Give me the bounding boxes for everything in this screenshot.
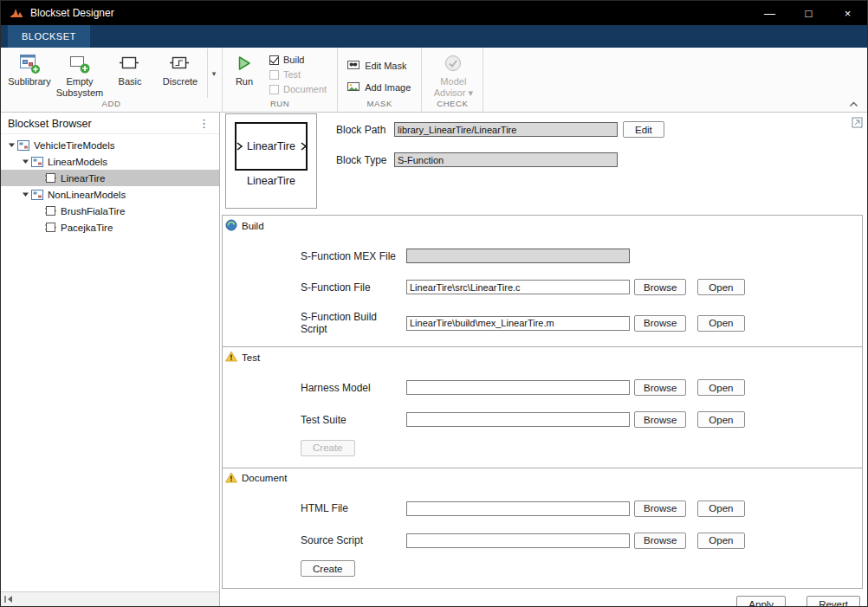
- tree-item-label: LinearModels: [48, 157, 107, 167]
- checkbox-unchecked-icon: [269, 85, 279, 94]
- sfunction-file-input[interactable]: [406, 280, 630, 294]
- mex-file-label: S-Function MEX File: [301, 250, 406, 262]
- edit-block-path-button[interactable]: Edit: [623, 121, 664, 138]
- expander-icon[interactable]: [19, 158, 31, 165]
- ribbon-section-add: Sublibrary Empty Subsystem Basic: [1, 48, 223, 112]
- html-file-open-button[interactable]: Open: [697, 500, 744, 517]
- checkbox-unchecked-icon: [269, 70, 279, 80]
- tab-bar: BLOCKSET: [1, 25, 867, 48]
- test-suite-browse-button[interactable]: Browse: [634, 411, 686, 428]
- build-script-input[interactable]: [406, 316, 630, 331]
- check-items: Model Advisor ▾: [422, 48, 483, 98]
- expander-icon[interactable]: [5, 141, 17, 149]
- test-checkbox[interactable]: Test: [269, 69, 327, 80]
- harness-model-open-button[interactable]: Open: [697, 379, 744, 396]
- run-checkboxes: Build Test Document: [262, 48, 335, 98]
- basic-button[interactable]: Basic: [105, 48, 155, 98]
- document-create-row: Create: [301, 560, 862, 578]
- empty-subsystem-button[interactable]: Empty Subsystem: [55, 48, 105, 98]
- html-file-browse-button[interactable]: Browse: [634, 500, 686, 517]
- block-path-field: [394, 122, 618, 137]
- chevron-down-icon: ▾: [212, 69, 217, 78]
- document-checkbox[interactable]: Document: [269, 84, 327, 94]
- source-script-label: Source Script: [301, 534, 406, 546]
- build-icon: [225, 219, 237, 233]
- sfunction-file-browse-button[interactable]: Browse: [634, 279, 686, 295]
- tree-item-label: PacejkaTire: [61, 223, 113, 233]
- empty-subsystem-label: Empty Subsystem: [55, 76, 105, 98]
- tree-item-vehicletiremodels[interactable]: VehicleTireModels: [1, 137, 219, 153]
- model-advisor-button[interactable]: Model Advisor ▾: [425, 48, 481, 98]
- source-script-browse-button[interactable]: Browse: [634, 533, 686, 549]
- build-checkbox[interactable]: Build: [269, 55, 327, 65]
- test-suite-row: Test Suite Browse Open: [301, 411, 862, 428]
- titlebar: Blockset Designer — □ ×: [1, 1, 867, 25]
- tree-item-nonlinearmodels[interactable]: NonLinearModels: [1, 186, 219, 203]
- build-script-open-button[interactable]: Open: [697, 315, 744, 332]
- tree-item-lineartire[interactable]: LinearTire: [1, 170, 219, 186]
- tree-item-linearmodels[interactable]: LinearModels: [1, 153, 219, 170]
- discrete-label: Discrete: [163, 76, 198, 87]
- minimize-button[interactable]: —: [750, 1, 789, 25]
- maximize-button[interactable]: □: [789, 1, 828, 25]
- revert-button[interactable]: Revert: [806, 596, 860, 607]
- apply-button[interactable]: Apply: [736, 596, 786, 607]
- block-summary-area: LinearTire LinearTire Block Path Edit Bl…: [225, 113, 867, 209]
- test-create-row: Create: [301, 439, 862, 456]
- html-file-input[interactable]: [406, 501, 630, 516]
- form-sections: Build S-Function MEX File S-Function Fil…: [222, 215, 863, 589]
- checkbox-checked-icon: [269, 55, 279, 65]
- test-suite-open-button[interactable]: Open: [697, 411, 744, 428]
- chevron-down-icon: ▾: [468, 87, 473, 98]
- harness-model-input[interactable]: [406, 380, 630, 395]
- blockset-browser-panel: Blockset Browser ⋮ VehicleTireModels Lin…: [1, 113, 220, 606]
- collapse-browser-button[interactable]: [3, 591, 14, 607]
- tree-item-label: VehicleTireModels: [34, 140, 115, 151]
- document-section-header: Document: [223, 468, 862, 485]
- edit-mask-icon: [347, 58, 360, 74]
- test-section: Test Harness Model Browse Open Test Suit…: [223, 346, 862, 468]
- close-button[interactable]: ×: [828, 1, 867, 25]
- test-suite-input[interactable]: [406, 412, 630, 427]
- html-file-row: HTML File Browse Open: [301, 500, 862, 517]
- tab-blockset[interactable]: BLOCKSET: [8, 25, 90, 48]
- run-section-label: RUN: [223, 98, 337, 112]
- test-create-button[interactable]: Create: [301, 440, 355, 456]
- sfunction-file-open-button[interactable]: Open: [697, 279, 744, 295]
- tree-item-label: LinearTire: [61, 173, 105, 184]
- source-script-input[interactable]: [406, 533, 630, 548]
- test-section-header: Test: [223, 347, 862, 364]
- run-button[interactable]: Run: [226, 48, 262, 98]
- tree-item-brushfialatire[interactable]: BrushFialaTire: [1, 203, 219, 219]
- document-create-button[interactable]: Create: [301, 560, 355, 577]
- ribbon: Sublibrary Empty Subsystem Basic: [1, 48, 867, 113]
- add-gallery-dropdown[interactable]: ▾: [207, 48, 220, 98]
- block-path-row: Block Path Edit: [336, 121, 664, 138]
- browser-menu-icon[interactable]: ⋮: [196, 117, 212, 130]
- browser-header: Blockset Browser ⋮: [1, 113, 219, 134]
- source-script-open-button[interactable]: Open: [697, 533, 744, 549]
- undock-panel-button[interactable]: [852, 117, 863, 128]
- sublibrary-button[interactable]: Sublibrary: [4, 48, 55, 98]
- document-section-title: Document: [242, 473, 287, 483]
- window-controls: — □ ×: [750, 1, 867, 25]
- model-advisor-label: Model Advisor ▾: [429, 76, 477, 98]
- ribbon-section-mask: Edit Mask Add Image MASK: [338, 48, 422, 112]
- window-title: Blockset Designer: [30, 7, 114, 19]
- discrete-button[interactable]: Discrete: [155, 48, 205, 98]
- collapse-ribbon-button[interactable]: [849, 101, 858, 107]
- add-image-label: Add Image: [365, 82, 411, 93]
- app-logo-icon: [10, 6, 23, 20]
- expander-icon[interactable]: [19, 190, 31, 198]
- edit-mask-button[interactable]: Edit Mask: [347, 58, 411, 74]
- input-port-icon: [236, 142, 243, 151]
- add-image-button[interactable]: Add Image: [347, 80, 411, 95]
- block-type-field: [394, 152, 618, 167]
- build-script-label: S-Function Build Script: [301, 311, 406, 335]
- block-type-row: Block Type: [336, 152, 664, 167]
- block-type-label: Block Type: [336, 154, 394, 166]
- harness-model-browse-button[interactable]: Browse: [634, 379, 686, 396]
- add-items: Sublibrary Empty Subsystem Basic: [1, 48, 222, 98]
- tree-item-pacejkatire[interactable]: PacejkaTire: [1, 219, 219, 236]
- build-script-browse-button[interactable]: Browse: [634, 315, 686, 332]
